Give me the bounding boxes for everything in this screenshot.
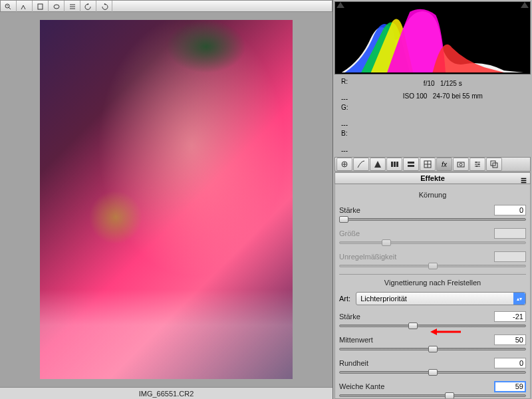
chevron-updown-icon: ▴▾ <box>513 293 525 305</box>
svg-text:+: + <box>6 3 8 7</box>
svg-point-22 <box>475 162 477 163</box>
grain-size-label: Größe <box>339 229 494 237</box>
grain-strength-slider[interactable] <box>339 218 526 221</box>
g-label: G: <box>341 103 348 112</box>
vignette-style-select[interactable]: Lichterpriorität ▴▾ <box>356 292 526 305</box>
zoom-tool-button[interactable]: + <box>1 1 17 12</box>
split-tab-button[interactable] <box>403 158 419 171</box>
presets-tab-button[interactable] <box>469 158 485 171</box>
meta-info: R: --- G: --- B: --- f/10 1/125 s ISO 10… <box>333 76 532 156</box>
grain-roughness-slider <box>339 265 526 267</box>
vignette-midpoint-input[interactable] <box>494 334 526 345</box>
effects-panel-body: Körnung Stärke Größe Unregelmäßigkeit Vi… <box>334 184 531 399</box>
effects-panel-header: Effekte ☰ <box>334 172 531 184</box>
vignette-midpoint-label: Mittenwert <box>339 336 494 344</box>
svg-rect-11 <box>396 162 398 167</box>
vignette-feather-slider[interactable] <box>339 394 526 397</box>
svg-point-23 <box>478 164 479 165</box>
panel-tab-strip: fx <box>334 157 531 172</box>
shadow-clip-icon[interactable] <box>336 2 344 8</box>
grain-strength-label: Stärke <box>339 206 494 214</box>
svg-rect-13 <box>408 165 414 167</box>
vignette-roundness-slider[interactable] <box>339 371 526 374</box>
vignette-strength-slider[interactable] <box>339 325 526 327</box>
svg-point-18 <box>460 164 462 166</box>
preview-image <box>40 20 293 379</box>
vignette-feather-input[interactable] <box>494 381 526 392</box>
canvas-toolbar: + <box>0 0 332 12</box>
grain-roughness-input <box>494 251 526 262</box>
target-tool-button[interactable] <box>33 1 49 12</box>
white-balance-tool-button[interactable] <box>17 1 33 12</box>
filename-label: IMG_66551.CR2 <box>0 387 332 399</box>
vignette-style-label: Art: <box>339 295 350 303</box>
snapshots-tab-button[interactable] <box>486 158 502 171</box>
grain-section-title: Körnung <box>339 191 526 199</box>
vignette-feather-label: Weiche Kante <box>339 382 494 390</box>
r-label: R: <box>341 77 348 86</box>
camera-tab-button[interactable] <box>453 158 469 171</box>
list-tool-button[interactable] <box>65 1 80 12</box>
vignette-strength-label: Stärke <box>339 313 494 321</box>
svg-line-1 <box>9 7 11 9</box>
image-canvas[interactable] <box>0 12 332 387</box>
hsl-tab-button[interactable] <box>386 158 402 171</box>
detail-tab-button[interactable] <box>370 158 386 171</box>
grain-size-slider <box>339 241 526 244</box>
rotate-cw-button[interactable] <box>96 1 112 12</box>
curve-tab-button[interactable] <box>353 158 369 171</box>
oval-tool-button[interactable] <box>49 1 65 12</box>
vignette-roundness-label: Rundheit <box>339 359 494 367</box>
vignette-section-title: Vignettierung nach Freistellen <box>339 279 526 287</box>
svg-rect-9 <box>391 162 393 167</box>
grain-strength-input[interactable] <box>494 205 526 215</box>
highlight-clip-icon[interactable] <box>521 2 529 8</box>
svg-rect-3 <box>38 4 43 9</box>
vignette-strength-input[interactable] <box>494 311 526 322</box>
grain-size-input <box>494 228 526 239</box>
svg-rect-10 <box>394 162 396 167</box>
vignette-roundness-input[interactable] <box>494 358 526 368</box>
lens-tab-button[interactable] <box>420 158 436 171</box>
vignette-midpoint-slider[interactable] <box>339 348 526 350</box>
histogram[interactable] <box>334 1 531 74</box>
basic-tab-button[interactable] <box>336 158 352 171</box>
b-label: B: <box>341 129 348 138</box>
svg-point-4 <box>54 5 59 9</box>
rotate-ccw-button[interactable] <box>80 1 96 12</box>
grain-roughness-label: Unregelmäßigkeit <box>339 253 494 261</box>
svg-point-24 <box>476 166 477 167</box>
fx-tab-button[interactable]: fx <box>436 158 452 171</box>
svg-rect-12 <box>408 162 414 164</box>
